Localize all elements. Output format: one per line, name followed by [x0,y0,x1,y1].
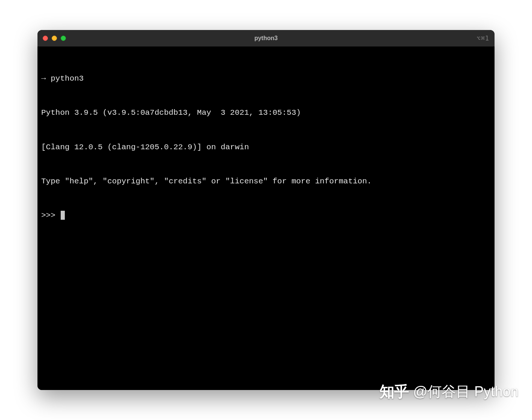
close-button[interactable] [43,36,48,41]
maximize-button[interactable] [61,36,66,41]
shell-command: python3 [51,74,84,83]
terminal-body[interactable]: → python3 Python 3.9.5 (v3.9.5:0a7dcbdb1… [37,46,495,390]
shortcut-indicator: ⌥⌘1 [477,34,489,42]
python-banner-line: Type "help", "copyright", "credits" or "… [41,176,491,187]
minimize-button[interactable] [52,36,57,41]
window-title: python3 [37,35,495,42]
watermark: 知乎 @何谷目 Python [380,381,519,402]
shell-prompt-arrow-icon: → [41,74,46,83]
repl-prompt-line: >>> [41,210,491,221]
cursor-icon [61,211,65,220]
terminal-window: python3 ⌥⌘1 → python3 Python 3.9.5 (v3.9… [37,30,495,390]
titlebar: python3 ⌥⌘1 [37,30,495,46]
zhihu-logo-icon: 知乎 [380,381,409,402]
python-banner-line: [Clang 12.0.5 (clang-1205.0.22.9)] on da… [41,142,491,153]
traffic-lights [43,36,66,41]
shell-line: → python3 [41,73,491,84]
repl-prompt: >>> [41,211,60,220]
python-banner-line: Python 3.9.5 (v3.9.5:0a7dcbdb13, May 3 2… [41,107,491,118]
watermark-author: @何谷目 Python [413,382,519,401]
